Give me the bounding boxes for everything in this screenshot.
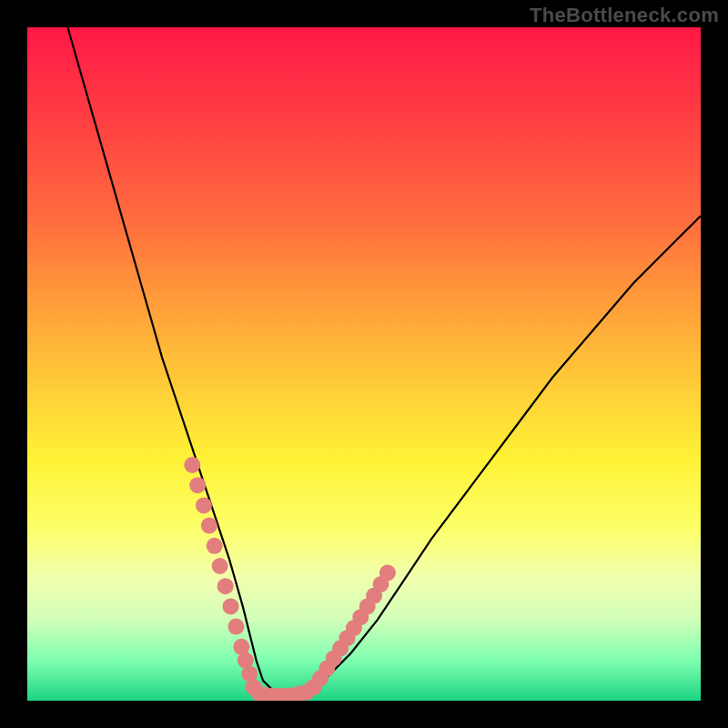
highlight-dot xyxy=(189,477,206,493)
highlight-dot xyxy=(223,598,239,614)
plot-area xyxy=(27,27,701,701)
highlight-dot xyxy=(184,457,200,473)
highlight-dot xyxy=(379,564,396,581)
highlight-dot xyxy=(212,558,228,574)
bottleneck-curve-path xyxy=(67,27,701,694)
highlight-dot xyxy=(201,518,217,534)
highlight-dot xyxy=(207,538,223,554)
highlight-dot xyxy=(217,578,234,594)
chart-svg xyxy=(27,27,701,701)
highlight-dots-group xyxy=(184,457,396,701)
highlight-dot xyxy=(196,497,212,513)
watermark-text: TheBottleneck.com xyxy=(530,4,719,27)
highlight-dot xyxy=(228,619,244,635)
chart-frame: TheBottleneck.com xyxy=(0,0,728,728)
